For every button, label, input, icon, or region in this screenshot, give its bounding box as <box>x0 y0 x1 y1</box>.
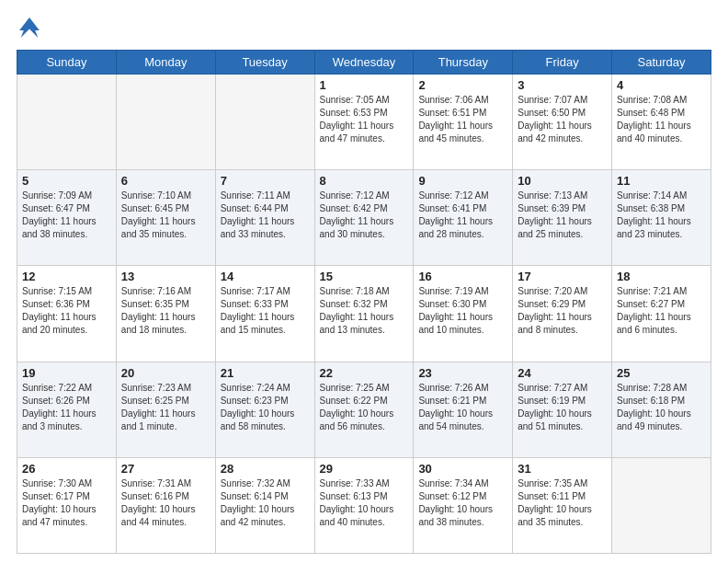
day-number: 20 <box>121 366 210 380</box>
day-info: Sunrise: 7:09 AM Sunset: 6:47 PM Dayligh… <box>22 190 111 241</box>
day-number: 12 <box>22 270 111 283</box>
day-number: 23 <box>418 366 507 380</box>
weekday-header: Monday <box>116 51 215 75</box>
day-number: 24 <box>518 366 607 380</box>
day-number: 13 <box>121 270 210 283</box>
day-info: Sunrise: 7:07 AM Sunset: 6:50 PM Dayligh… <box>518 94 607 145</box>
calendar-cell: 17Sunrise: 7:20 AM Sunset: 6:29 PM Dayli… <box>513 266 612 362</box>
day-info: Sunrise: 7:12 AM Sunset: 6:41 PM Dayligh… <box>418 190 507 241</box>
day-number: 6 <box>121 174 210 188</box>
calendar-cell: 26Sunrise: 7:30 AM Sunset: 6:17 PM Dayli… <box>17 457 117 553</box>
day-number: 19 <box>22 366 111 380</box>
day-info: Sunrise: 7:18 AM Sunset: 6:32 PM Dayligh… <box>320 285 409 337</box>
day-info: Sunrise: 7:05 AM Sunset: 6:53 PM Dayligh… <box>320 94 409 145</box>
day-info: Sunrise: 7:08 AM Sunset: 6:48 PM Dayligh… <box>617 94 706 145</box>
day-info: Sunrise: 7:35 AM Sunset: 6:11 PM Dayligh… <box>518 477 607 529</box>
calendar-cell: 11Sunrise: 7:14 AM Sunset: 6:38 PM Dayli… <box>612 170 711 266</box>
day-number: 11 <box>617 174 706 188</box>
calendar-week-row: 26Sunrise: 7:30 AM Sunset: 6:17 PM Dayli… <box>17 457 711 553</box>
calendar-cell: 30Sunrise: 7:34 AM Sunset: 6:12 PM Dayli… <box>414 457 513 553</box>
calendar-cell: 28Sunrise: 7:32 AM Sunset: 6:14 PM Dayli… <box>215 457 314 553</box>
day-info: Sunrise: 7:17 AM Sunset: 6:33 PM Dayligh… <box>221 285 310 337</box>
weekday-header: Saturday <box>612 51 711 75</box>
day-number: 17 <box>518 270 607 283</box>
day-info: Sunrise: 7:27 AM Sunset: 6:19 PM Dayligh… <box>518 382 607 433</box>
weekday-header: Sunday <box>17 51 117 75</box>
day-info: Sunrise: 7:34 AM Sunset: 6:12 PM Dayligh… <box>418 477 507 529</box>
day-info: Sunrise: 7:25 AM Sunset: 6:22 PM Dayligh… <box>320 382 409 433</box>
weekday-header: Wednesday <box>314 51 414 75</box>
calendar-cell: 3Sunrise: 7:07 AM Sunset: 6:50 PM Daylig… <box>513 75 612 170</box>
calendar-cell: 22Sunrise: 7:25 AM Sunset: 6:22 PM Dayli… <box>314 362 414 457</box>
calendar-week-row: 19Sunrise: 7:22 AM Sunset: 6:26 PM Dayli… <box>17 362 711 457</box>
day-number: 7 <box>221 174 310 188</box>
day-info: Sunrise: 7:28 AM Sunset: 6:18 PM Dayligh… <box>617 382 706 433</box>
day-number: 9 <box>418 174 507 188</box>
calendar-cell: 31Sunrise: 7:35 AM Sunset: 6:11 PM Dayli… <box>513 457 612 553</box>
day-info: Sunrise: 7:24 AM Sunset: 6:23 PM Dayligh… <box>221 382 310 433</box>
day-info: Sunrise: 7:31 AM Sunset: 6:16 PM Dayligh… <box>121 477 210 529</box>
day-number: 5 <box>22 174 111 188</box>
day-info: Sunrise: 7:21 AM Sunset: 6:27 PM Dayligh… <box>617 285 706 337</box>
day-info: Sunrise: 7:14 AM Sunset: 6:38 PM Dayligh… <box>617 190 706 241</box>
calendar-week-row: 5Sunrise: 7:09 AM Sunset: 6:47 PM Daylig… <box>17 170 711 266</box>
day-number: 15 <box>320 270 409 283</box>
calendar-cell: 20Sunrise: 7:23 AM Sunset: 6:25 PM Dayli… <box>116 362 215 457</box>
calendar-cell: 9Sunrise: 7:12 AM Sunset: 6:41 PM Daylig… <box>414 170 513 266</box>
calendar-week-row: 1Sunrise: 7:05 AM Sunset: 6:53 PM Daylig… <box>17 75 711 170</box>
day-number: 21 <box>221 366 310 380</box>
calendar-cell: 18Sunrise: 7:21 AM Sunset: 6:27 PM Dayli… <box>612 266 711 362</box>
calendar-cell: 8Sunrise: 7:12 AM Sunset: 6:42 PM Daylig… <box>314 170 414 266</box>
calendar-cell <box>215 75 314 170</box>
day-info: Sunrise: 7:15 AM Sunset: 6:36 PM Dayligh… <box>22 285 111 337</box>
calendar-cell: 12Sunrise: 7:15 AM Sunset: 6:36 PM Dayli… <box>17 266 117 362</box>
day-number: 16 <box>418 270 507 283</box>
day-number: 14 <box>221 270 310 283</box>
day-number: 22 <box>320 366 409 380</box>
day-number: 1 <box>320 78 409 92</box>
page: SundayMondayTuesdayWednesdayThursdayFrid… <box>0 0 728 563</box>
weekday-header: Tuesday <box>215 51 314 75</box>
calendar-cell: 27Sunrise: 7:31 AM Sunset: 6:16 PM Dayli… <box>116 457 215 553</box>
calendar-cell <box>116 75 215 170</box>
day-number: 29 <box>320 462 409 476</box>
day-info: Sunrise: 7:20 AM Sunset: 6:29 PM Dayligh… <box>518 285 607 337</box>
calendar-cell: 1Sunrise: 7:05 AM Sunset: 6:53 PM Daylig… <box>314 75 414 170</box>
calendar-cell: 16Sunrise: 7:19 AM Sunset: 6:30 PM Dayli… <box>414 266 513 362</box>
day-info: Sunrise: 7:13 AM Sunset: 6:39 PM Dayligh… <box>518 190 607 241</box>
calendar-cell: 7Sunrise: 7:11 AM Sunset: 6:44 PM Daylig… <box>215 170 314 266</box>
day-number: 28 <box>221 462 310 476</box>
day-info: Sunrise: 7:26 AM Sunset: 6:21 PM Dayligh… <box>418 382 507 433</box>
calendar-cell <box>612 457 711 553</box>
header-row: SundayMondayTuesdayWednesdayThursdayFrid… <box>17 51 711 75</box>
day-info: Sunrise: 7:06 AM Sunset: 6:51 PM Dayligh… <box>418 94 507 145</box>
calendar-cell: 21Sunrise: 7:24 AM Sunset: 6:23 PM Dayli… <box>215 362 314 457</box>
day-number: 3 <box>518 78 607 92</box>
day-number: 31 <box>518 462 607 476</box>
day-number: 30 <box>418 462 507 476</box>
day-info: Sunrise: 7:11 AM Sunset: 6:44 PM Dayligh… <box>221 190 310 241</box>
calendar-cell: 6Sunrise: 7:10 AM Sunset: 6:45 PM Daylig… <box>116 170 215 266</box>
calendar: SundayMondayTuesdayWednesdayThursdayFrid… <box>17 50 711 554</box>
svg-marker-0 <box>19 17 40 38</box>
calendar-cell: 4Sunrise: 7:08 AM Sunset: 6:48 PM Daylig… <box>612 75 711 170</box>
day-info: Sunrise: 7:23 AM Sunset: 6:25 PM Dayligh… <box>121 382 210 433</box>
day-info: Sunrise: 7:32 AM Sunset: 6:14 PM Dayligh… <box>221 477 310 529</box>
calendar-cell: 29Sunrise: 7:33 AM Sunset: 6:13 PM Dayli… <box>314 457 414 553</box>
calendar-cell: 14Sunrise: 7:17 AM Sunset: 6:33 PM Dayli… <box>215 266 314 362</box>
day-number: 2 <box>418 78 507 92</box>
day-number: 8 <box>320 174 409 188</box>
day-number: 4 <box>617 78 706 92</box>
day-info: Sunrise: 7:16 AM Sunset: 6:35 PM Dayligh… <box>121 285 210 337</box>
header <box>17 15 711 40</box>
calendar-cell: 23Sunrise: 7:26 AM Sunset: 6:21 PM Dayli… <box>414 362 513 457</box>
day-info: Sunrise: 7:12 AM Sunset: 6:42 PM Dayligh… <box>320 190 409 241</box>
day-info: Sunrise: 7:22 AM Sunset: 6:26 PM Dayligh… <box>22 382 111 433</box>
calendar-week-row: 12Sunrise: 7:15 AM Sunset: 6:36 PM Dayli… <box>17 266 711 362</box>
calendar-cell: 13Sunrise: 7:16 AM Sunset: 6:35 PM Dayli… <box>116 266 215 362</box>
calendar-cell: 15Sunrise: 7:18 AM Sunset: 6:32 PM Dayli… <box>314 266 414 362</box>
calendar-cell: 24Sunrise: 7:27 AM Sunset: 6:19 PM Dayli… <box>513 362 612 457</box>
calendar-cell <box>17 75 117 170</box>
day-number: 26 <box>22 462 111 476</box>
day-number: 10 <box>518 174 607 188</box>
